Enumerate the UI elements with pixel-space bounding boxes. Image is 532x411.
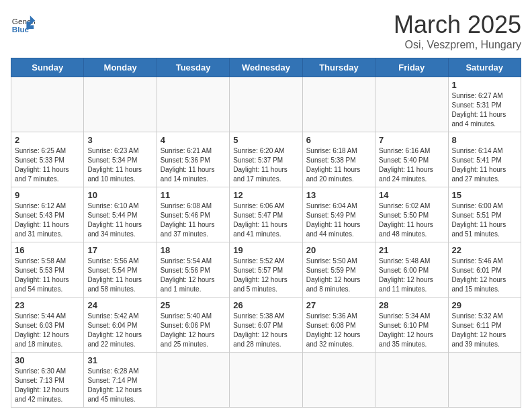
weekday-header-row: SundayMondayTuesdayWednesdayThursdayFrid…	[11, 58, 521, 77]
day-info: Sunrise: 5:50 AM Sunset: 5:59 PM Dayligh…	[306, 257, 371, 294]
weekday-tuesday: Tuesday	[157, 58, 229, 77]
day-info: Sunrise: 6:04 AM Sunset: 5:49 PM Dayligh…	[306, 201, 371, 239]
calendar-cell: 23Sunrise: 5:44 AM Sunset: 6:03 PM Dayli…	[11, 298, 84, 353]
day-info: Sunrise: 5:32 AM Sunset: 6:11 PM Dayligh…	[452, 312, 517, 349]
calendar-cell: 30Sunrise: 6:30 AM Sunset: 7:13 PM Dayli…	[11, 353, 84, 408]
calendar-cell: 9Sunrise: 6:12 AM Sunset: 5:43 PM Daylig…	[11, 187, 84, 242]
day-info: Sunrise: 5:44 AM Sunset: 6:03 PM Dayligh…	[15, 312, 80, 349]
day-info: Sunrise: 5:58 AM Sunset: 5:53 PM Dayligh…	[15, 257, 80, 294]
day-number: 9	[15, 190, 80, 200]
day-info: Sunrise: 6:28 AM Sunset: 7:14 PM Dayligh…	[87, 367, 152, 404]
day-number: 10	[87, 190, 152, 200]
day-info: Sunrise: 5:38 AM Sunset: 6:07 PM Dayligh…	[233, 312, 298, 349]
calendar-cell	[11, 77, 84, 132]
day-number: 23	[15, 300, 80, 310]
day-number: 3	[87, 135, 152, 145]
calendar-cell: 7Sunrise: 6:16 AM Sunset: 5:40 PM Daylig…	[375, 132, 448, 187]
day-number: 29	[452, 300, 517, 310]
day-number: 4	[161, 135, 226, 145]
calendar-cell	[375, 353, 448, 408]
day-number: 12	[233, 190, 298, 200]
day-number: 24	[87, 300, 152, 310]
day-number: 26	[233, 300, 298, 310]
day-info: Sunrise: 6:30 AM Sunset: 7:13 PM Dayligh…	[15, 367, 80, 404]
day-info: Sunrise: 6:10 AM Sunset: 5:44 PM Dayligh…	[87, 201, 152, 239]
day-info: Sunrise: 6:18 AM Sunset: 5:38 PM Dayligh…	[306, 146, 371, 184]
calendar-cell: 8Sunrise: 6:14 AM Sunset: 5:41 PM Daylig…	[448, 132, 521, 187]
calendar-cell: 13Sunrise: 6:04 AM Sunset: 5:49 PM Dayli…	[302, 187, 375, 242]
day-number: 22	[452, 245, 517, 255]
calendar-cell	[375, 77, 448, 132]
day-info: Sunrise: 5:54 AM Sunset: 5:56 PM Dayligh…	[161, 257, 226, 294]
calendar-cell	[230, 353, 302, 408]
calendar-cell	[230, 77, 302, 132]
calendar-cell	[302, 353, 375, 408]
day-info: Sunrise: 5:46 AM Sunset: 6:01 PM Dayligh…	[452, 257, 517, 294]
calendar-cell: 25Sunrise: 5:40 AM Sunset: 6:06 PM Dayli…	[157, 298, 229, 353]
calendar-cell: 28Sunrise: 5:34 AM Sunset: 6:10 PM Dayli…	[375, 298, 448, 353]
weekday-wednesday: Wednesday	[230, 58, 302, 77]
day-number: 2	[15, 135, 80, 145]
weekday-monday: Monday	[84, 58, 157, 77]
header: General Blue March 2025 Osi, Veszprem, H…	[11, 11, 521, 51]
calendar-cell: 29Sunrise: 5:32 AM Sunset: 6:11 PM Dayli…	[448, 298, 521, 353]
logo: General Blue	[11, 11, 35, 35]
weekday-sunday: Sunday	[11, 58, 84, 77]
day-number: 18	[161, 245, 226, 255]
day-info: Sunrise: 5:48 AM Sunset: 6:00 PM Dayligh…	[379, 257, 444, 294]
calendar-cell: 22Sunrise: 5:46 AM Sunset: 6:01 PM Dayli…	[448, 242, 521, 298]
day-info: Sunrise: 6:00 AM Sunset: 5:51 PM Dayligh…	[452, 201, 517, 239]
day-info: Sunrise: 6:20 AM Sunset: 5:37 PM Dayligh…	[233, 146, 298, 184]
calendar-cell: 6Sunrise: 6:18 AM Sunset: 5:38 PM Daylig…	[302, 132, 375, 187]
calendar-cell: 27Sunrise: 5:36 AM Sunset: 6:08 PM Dayli…	[302, 298, 375, 353]
calendar-row-3: 16Sunrise: 5:58 AM Sunset: 5:53 PM Dayli…	[11, 242, 521, 298]
day-info: Sunrise: 6:02 AM Sunset: 5:50 PM Dayligh…	[379, 201, 444, 239]
day-number: 8	[452, 135, 517, 145]
day-number: 13	[306, 190, 371, 200]
day-number: 5	[233, 135, 298, 145]
day-number: 25	[161, 300, 226, 310]
calendar-cell: 31Sunrise: 6:28 AM Sunset: 7:14 PM Dayli…	[84, 353, 157, 408]
day-number: 20	[306, 245, 371, 255]
day-info: Sunrise: 5:56 AM Sunset: 5:54 PM Dayligh…	[87, 257, 152, 294]
calendar-cell: 11Sunrise: 6:08 AM Sunset: 5:46 PM Dayli…	[157, 187, 229, 242]
day-number: 7	[379, 135, 444, 145]
weekday-friday: Friday	[375, 58, 448, 77]
day-number: 15	[452, 190, 517, 200]
calendar-table: SundayMondayTuesdayWednesdayThursdayFrid…	[11, 58, 521, 408]
calendar-cell: 21Sunrise: 5:48 AM Sunset: 6:00 PM Dayli…	[375, 242, 448, 298]
calendar-cell: 2Sunrise: 6:25 AM Sunset: 5:33 PM Daylig…	[11, 132, 84, 187]
day-number: 21	[379, 245, 444, 255]
calendar-cell: 16Sunrise: 5:58 AM Sunset: 5:53 PM Dayli…	[11, 242, 84, 298]
day-info: Sunrise: 6:25 AM Sunset: 5:33 PM Dayligh…	[15, 146, 80, 184]
calendar-cell: 26Sunrise: 5:38 AM Sunset: 6:07 PM Dayli…	[230, 298, 302, 353]
day-number: 28	[379, 300, 444, 310]
month-year: March 2025	[394, 11, 521, 39]
day-info: Sunrise: 6:08 AM Sunset: 5:46 PM Dayligh…	[161, 201, 226, 239]
day-info: Sunrise: 6:27 AM Sunset: 5:31 PM Dayligh…	[452, 91, 517, 129]
day-info: Sunrise: 5:52 AM Sunset: 5:57 PM Dayligh…	[233, 257, 298, 294]
calendar-cell: 19Sunrise: 5:52 AM Sunset: 5:57 PM Dayli…	[230, 242, 302, 298]
day-number: 19	[233, 245, 298, 255]
calendar-cell: 10Sunrise: 6:10 AM Sunset: 5:44 PM Dayli…	[84, 187, 157, 242]
calendar-cell	[84, 77, 157, 132]
day-info: Sunrise: 5:40 AM Sunset: 6:06 PM Dayligh…	[161, 312, 226, 349]
calendar-row-4: 23Sunrise: 5:44 AM Sunset: 6:03 PM Dayli…	[11, 298, 521, 353]
day-number: 6	[306, 135, 371, 145]
calendar-cell: 18Sunrise: 5:54 AM Sunset: 5:56 PM Dayli…	[157, 242, 229, 298]
day-info: Sunrise: 6:16 AM Sunset: 5:40 PM Dayligh…	[379, 146, 444, 184]
calendar-cell: 4Sunrise: 6:21 AM Sunset: 5:36 PM Daylig…	[157, 132, 229, 187]
calendar-cell: 5Sunrise: 6:20 AM Sunset: 5:37 PM Daylig…	[230, 132, 302, 187]
calendar-cell	[157, 77, 229, 132]
day-number: 1	[452, 80, 517, 90]
calendar-row-2: 9Sunrise: 6:12 AM Sunset: 5:43 PM Daylig…	[11, 187, 521, 242]
calendar-cell: 12Sunrise: 6:06 AM Sunset: 5:47 PM Dayli…	[230, 187, 302, 242]
calendar-row-0: 1Sunrise: 6:27 AM Sunset: 5:31 PM Daylig…	[11, 77, 521, 132]
weekday-saturday: Saturday	[448, 58, 521, 77]
calendar-cell: 3Sunrise: 6:23 AM Sunset: 5:34 PM Daylig…	[84, 132, 157, 187]
day-info: Sunrise: 6:21 AM Sunset: 5:36 PM Dayligh…	[161, 146, 226, 184]
calendar-cell: 24Sunrise: 5:42 AM Sunset: 6:04 PM Dayli…	[84, 298, 157, 353]
day-number: 17	[87, 245, 152, 255]
calendar-cell: 14Sunrise: 6:02 AM Sunset: 5:50 PM Dayli…	[375, 187, 448, 242]
calendar-cell: 17Sunrise: 5:56 AM Sunset: 5:54 PM Dayli…	[84, 242, 157, 298]
